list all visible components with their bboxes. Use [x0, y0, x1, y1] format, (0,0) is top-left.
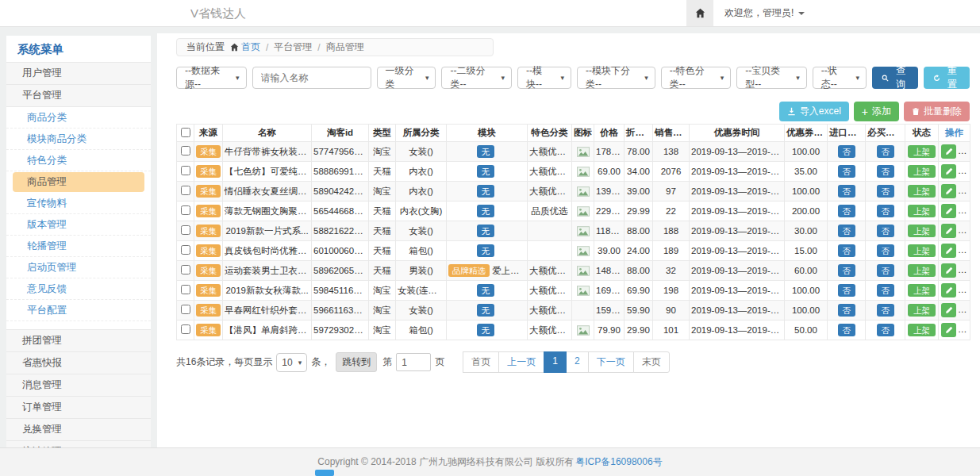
status-badge[interactable]: 上架	[908, 225, 936, 238]
status-badge[interactable]: 上架	[908, 324, 936, 337]
row-checkbox[interactable]	[181, 305, 190, 314]
status-badge[interactable]: 上架	[908, 145, 936, 159]
status-badge[interactable]: 上架	[908, 185, 936, 198]
edit-button[interactable]	[941, 323, 956, 337]
row-checkbox[interactable]	[181, 245, 190, 255]
row-checkbox[interactable]	[181, 225, 190, 235]
edit-button[interactable]	[941, 204, 956, 218]
status-badge[interactable]: 上架	[908, 264, 936, 278]
must-buy-badge[interactable]: 否	[877, 205, 894, 218]
pagination-button[interactable]: 上一页	[498, 351, 544, 373]
must-buy-badge[interactable]: 否	[877, 225, 894, 238]
sidebar-item[interactable]: 省惠快报	[6, 351, 151, 374]
icp-link[interactable]: 粤ICP备16098006号	[575, 455, 662, 469]
import-select-badge[interactable]: 否	[838, 185, 855, 198]
taoke-id: 589042420344	[312, 182, 369, 202]
status-badge[interactable]: 上架	[908, 165, 936, 178]
sidebar-item[interactable]: 模块商品分类	[6, 129, 151, 150]
filter-select[interactable]: --状态--▾	[813, 67, 867, 89]
must-buy-badge[interactable]: 否	[877, 264, 894, 278]
edit-button[interactable]	[941, 224, 956, 238]
per-page-select[interactable]: 10▾	[276, 353, 307, 372]
edit-button[interactable]	[941, 283, 956, 298]
import-select-badge[interactable]: 否	[838, 145, 855, 159]
sidebar-item[interactable]: 宣传物料	[6, 193, 151, 214]
pagination-button[interactable]: 下一页	[588, 351, 634, 373]
sidebar-item[interactable]: 用户管理	[6, 62, 151, 85]
filter-select[interactable]: 一级分类▾	[377, 67, 436, 89]
edit-button[interactable]	[941, 184, 956, 198]
pagination-button[interactable]: 首页	[463, 351, 499, 373]
user-menu[interactable]: 欢迎您，管理员!	[724, 6, 805, 20]
filter-select[interactable]: --宝贝类型--▾	[736, 67, 807, 89]
status-badge[interactable]: 上架	[908, 205, 936, 218]
sidebar-item[interactable]: 版本管理	[6, 214, 151, 236]
product-name: 早春网红针织外套女春...	[223, 301, 312, 321]
edit-button[interactable]	[941, 303, 956, 317]
sidebar-item[interactable]: 平台配置	[6, 300, 151, 321]
sidebar-item[interactable]: 消息管理	[6, 374, 151, 397]
sidebar-item[interactable]: 订单管理	[6, 396, 151, 419]
name-search-input[interactable]	[252, 67, 371, 89]
import-select-badge[interactable]: 否	[838, 165, 855, 178]
must-buy-badge[interactable]: 否	[877, 185, 894, 198]
import-select-badge[interactable]: 否	[838, 225, 855, 238]
add-button[interactable]: + 添加	[854, 102, 899, 121]
row-checkbox[interactable]	[181, 186, 190, 195]
select-all-checkbox[interactable]	[181, 128, 190, 137]
filter-select[interactable]: --模块下分类--▾	[577, 67, 655, 89]
sidebar-item[interactable]: 启动页管理	[6, 257, 151, 278]
row-checkbox[interactable]	[181, 265, 190, 274]
batch-delete-button[interactable]: 批量删除	[904, 102, 970, 121]
search-button[interactable]: 查询	[872, 67, 918, 89]
status-badge[interactable]: 上架	[908, 304, 936, 317]
edit-button[interactable]	[941, 144, 956, 159]
edit-button[interactable]	[941, 263, 956, 278]
must-buy-badge[interactable]: 否	[877, 284, 894, 298]
edit-button[interactable]	[941, 164, 956, 178]
filter-select[interactable]: --特色分类--▾	[661, 67, 732, 89]
filter-select[interactable]: --二级分类--▾	[441, 67, 512, 89]
sidebar-item[interactable]: 意见反馈	[6, 278, 151, 300]
sidebar-item[interactable]: 商品分类	[6, 107, 151, 129]
row-checkbox[interactable]	[181, 146, 190, 155]
pagination-buttons: 首页上一页12下一页末页	[463, 351, 669, 373]
row-checkbox[interactable]	[181, 166, 190, 175]
must-buy-badge[interactable]: 否	[877, 304, 894, 317]
must-buy-badge[interactable]: 否	[877, 324, 894, 337]
import-select-badge[interactable]: 否	[838, 205, 855, 218]
sidebar-item[interactable]: 兑换管理	[6, 418, 151, 441]
page-number-input[interactable]	[396, 353, 431, 371]
must-buy-badge[interactable]: 否	[877, 244, 894, 258]
home-button[interactable]	[686, 0, 713, 26]
product-category: 女装()	[396, 221, 447, 241]
filter-select[interactable]: --模块--▾	[517, 67, 571, 89]
must-buy-badge[interactable]: 否	[877, 165, 894, 178]
edit-button[interactable]	[941, 244, 956, 258]
sidebar-item[interactable]: 轮播管理	[6, 236, 151, 257]
import-select-badge[interactable]: 否	[838, 284, 855, 298]
import-select-badge[interactable]: 否	[838, 304, 855, 317]
sidebar-item[interactable]: 特色分类	[6, 150, 151, 171]
row-checkbox[interactable]	[181, 324, 190, 334]
data-source-select[interactable]: --数据来源--▾	[176, 67, 247, 89]
breadcrumb-home-link[interactable]: 首页	[230, 40, 260, 54]
sidebar-item[interactable]: 商品管理	[13, 172, 144, 192]
row-checkbox[interactable]	[181, 205, 190, 215]
import-select-badge[interactable]: 否	[838, 264, 855, 278]
import-excel-button[interactable]: 导入excel	[779, 102, 849, 121]
pagination-button[interactable]: 末页	[633, 351, 670, 373]
sidebar-item[interactable]: 平台管理	[6, 84, 151, 107]
row-checkbox[interactable]	[181, 285, 190, 294]
import-select-badge[interactable]: 否	[838, 244, 855, 258]
source-badge: 采集	[196, 304, 221, 317]
reset-button[interactable]: 重置	[924, 67, 970, 89]
must-buy-badge[interactable]: 否	[877, 145, 894, 159]
pagination-button[interactable]: 1	[544, 351, 567, 373]
status-badge[interactable]: 上架	[908, 244, 936, 258]
status-badge[interactable]: 上架	[908, 284, 936, 298]
import-select-badge[interactable]: 否	[838, 324, 855, 337]
pagination-button[interactable]: 2	[566, 351, 589, 373]
sidebar-item[interactable]: 拼团管理	[6, 329, 151, 352]
jump-button[interactable]: 跳转到	[336, 352, 377, 372]
